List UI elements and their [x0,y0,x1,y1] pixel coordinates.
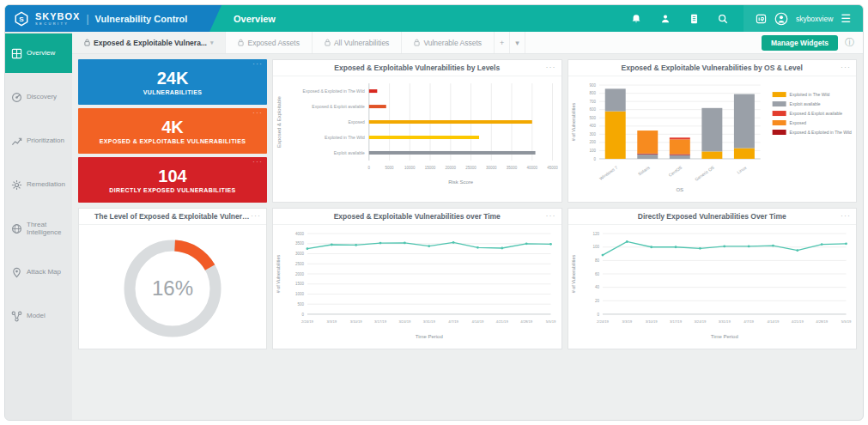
svg-text:S: S [19,15,24,23]
dashboard-tab-bar: Exposed & Exploitable Vulnera... ▾ Expos… [72,32,863,54]
product-name: Vulnerability Control [95,14,188,24]
svg-text:700: 700 [589,100,596,104]
svg-text:0: 0 [368,166,371,170]
svg-text:3/31/19: 3/31/19 [718,319,731,324]
console-switch-icon[interactable] [756,14,767,24]
svg-text:Exploit available: Exploit available [789,101,820,106]
svg-text:35000: 35000 [507,166,518,170]
svg-text:500: 500 [297,302,304,307]
widget-menu-icon[interactable]: ··· [252,60,263,68]
svg-text:120: 120 [592,232,599,236]
widget-menu-icon[interactable]: ··· [841,212,851,220]
widget-exposed-exploitable-over-time: Exposed & Exploitable Vulnerabilities ov… [272,208,562,349]
svg-text:100: 100 [592,245,599,249]
search-icon[interactable] [718,14,728,24]
user-area: skyboxview ☰ [744,5,863,32]
info-icon[interactable]: ⓘ [845,36,854,49]
svg-text:4/21/19: 4/21/19 [496,319,509,324]
svg-text:4/14/19: 4/14/19 [471,319,484,324]
sidebar-item-remediation[interactable]: Remediation [5,165,72,204]
svg-text:45000: 45000 [547,166,558,170]
svg-text:3/24/19: 3/24/19 [694,319,707,324]
sidebar-item-prioritization[interactable]: Prioritization [5,121,72,161]
svg-text:16%: 16% [152,276,193,300]
widget-menu-icon[interactable]: ··· [546,212,556,220]
svg-text:200: 200 [589,140,596,144]
svg-text:Exposed & Exploit available: Exposed & Exploit available [789,111,842,116]
sidebar-item-threat-intelligence[interactable]: Threat Intelligence [5,209,72,248]
header-spacer [288,5,616,32]
user-tasks-icon[interactable] [660,14,671,24]
exposed-over-time-chart: 050010001500200025003000350040002/24/193… [273,225,561,349]
sidebar-item-overview[interactable]: Overview [5,33,72,73]
sidebar-item-label: Attack Map [27,268,61,276]
discovery-icon [11,92,22,103]
lock-icon [414,39,420,46]
svg-text:60: 60 [594,272,598,276]
svg-text:Exploited in The Wild: Exploited in The Wild [789,92,829,97]
svg-text:Time Period: Time Period [710,334,737,339]
tab-all-vulnerabilities[interactable]: All Vulnerabilities [313,32,402,53]
svg-text:2/24/19: 2/24/19 [301,319,314,324]
svg-text:3/31/19: 3/31/19 [423,319,436,324]
add-tab-button[interactable]: + [495,32,510,53]
widget-menu-icon[interactable]: ··· [841,64,851,71]
more-tabs-button[interactable]: ▾ [510,32,525,53]
svg-text:4/21/19: 4/21/19 [791,319,804,324]
svg-text:10000: 10000 [404,166,416,170]
svg-text:500: 500 [589,116,596,120]
svg-text:900: 900 [589,83,596,88]
content-area: Exposed & Exploitable Vulnera... ▾ Expos… [72,32,863,420]
attack-map-icon [11,267,22,278]
svg-text:Solaris: Solaris [636,165,650,177]
tab-exposed-assets[interactable]: Exposed Assets [226,32,312,53]
tab-exposed-exploitable-vulnerabilities[interactable]: Exposed & Exploitable Vulnera... ▾ [72,32,226,53]
svg-text:CentOS: CentOS [667,164,683,177]
tab-caret-icon[interactable]: ▾ [210,39,214,46]
widget-menu-icon[interactable]: ··· [251,212,261,220]
notifications-icon[interactable] [631,14,641,24]
sidebar: Overview Discovery Prioritization Remedi… [5,32,72,420]
svg-text:400: 400 [589,124,596,128]
app-header: S SKYBOX SECURITY | Vulnerability Contro… [5,5,863,32]
widget-menu-icon[interactable]: ··· [252,158,263,166]
skybox-logo-icon: S [14,11,29,27]
widget-menu-icon[interactable]: ··· [546,64,556,71]
svg-text:Generic OS: Generic OS [694,164,715,181]
sidebar-item-model[interactable]: Model [5,296,72,336]
widget-title: Exposed & Exploitable Vulnerabilities ov… [273,212,561,221]
widget-menu-icon[interactable]: ··· [252,109,263,117]
reports-icon[interactable] [689,14,699,24]
kpi-value: 104 [78,167,267,185]
manage-widgets-button[interactable]: Manage Widgets [762,35,838,51]
username[interactable]: skyboxview [796,15,833,23]
sidebar-item-attack-map[interactable]: Attack Map [5,252,72,292]
sidebar-item-label: Overview [27,49,55,57]
svg-text:Linux: Linux [736,165,748,175]
svg-text:40: 40 [594,285,598,289]
svg-text:Exposed: Exposed [348,119,365,124]
svg-text:1500: 1500 [295,282,304,286]
svg-text:2000: 2000 [295,272,304,276]
svg-text:300: 300 [589,132,596,137]
svg-text:3/17/19: 3/17/19 [670,319,683,324]
svg-text:4/28/19: 4/28/19 [520,319,533,324]
tab-label: All Vulnerabilities [334,39,389,47]
svg-text:Exploit available: Exploit available [334,150,365,155]
svg-text:3/3/19: 3/3/19 [326,319,337,324]
svg-text:3500: 3500 [295,241,304,246]
svg-text:Exposed & Exploitable: Exposed & Exploitable [276,95,282,148]
by-levels-chart: 0500010000150002000025000300003500040000… [273,76,561,202]
sidebar-item-label: Remediation [27,180,65,188]
widget-directly-exposed-over-time: Directly Exposed Vulnerabilities Over Ti… [568,208,858,349]
svg-text:5000: 5000 [385,166,394,170]
avatar[interactable] [774,12,788,26]
main-menu-icon[interactable]: ☰ [841,13,851,24]
model-icon [11,311,22,322]
remediation-icon [11,179,22,191]
kpi-directly-exposed: ··· 104 DIRECTLY EXPOSED VULNERABILITIES [78,157,267,203]
tab-vulnerable-assets[interactable]: Vulnerable Assets [402,32,495,53]
svg-text:Exposed: Exposed [789,120,806,125]
svg-text:3/10/19: 3/10/19 [645,319,658,324]
sidebar-item-discovery[interactable]: Discovery [5,77,72,117]
